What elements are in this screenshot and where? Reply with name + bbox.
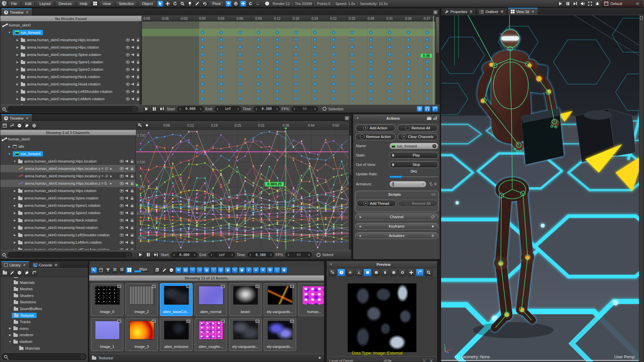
keyframe-dot[interactable] <box>220 82 223 85</box>
search-options-icon[interactable] <box>81 355 84 358</box>
keyframe-dot[interactable] <box>407 75 410 78</box>
add-action-button[interactable]: +Add Action <box>355 124 395 131</box>
curve-search[interactable] <box>0 250 136 259</box>
keyframe-dot[interactable] <box>294 53 298 56</box>
library-folder-row[interactable]: Tracks <box>0 318 88 325</box>
menu-file[interactable]: File <box>8 1 20 6</box>
filter-disc-button[interactable]: ◎ <box>218 267 224 273</box>
keyframe-dot[interactable] <box>294 31 298 34</box>
keyframe-dot[interactable] <box>332 31 335 34</box>
filter-audio-button[interactable]: ♪ <box>211 267 217 273</box>
selection-radio-icon[interactable] <box>316 253 321 257</box>
menu-selection[interactable]: Selection <box>115 1 137 6</box>
zoom-tool-button[interactable] <box>179 1 185 7</box>
keyframe-dot[interactable] <box>407 82 410 85</box>
visibility-toggle-icon[interactable] <box>120 175 124 178</box>
keyframe-dot[interactable] <box>426 90 429 93</box>
visibility-toggle-icon[interactable] <box>120 204 124 207</box>
minimize-icon[interactable]: − <box>636 2 640 6</box>
keyframe-dot[interactable] <box>426 68 429 71</box>
lod-increase-button[interactable]: + <box>428 358 434 362</box>
curve-ruler[interactable]: 0:060:120:190:250:310:380:440:50 <box>136 122 348 130</box>
translate-view-button[interactable] <box>240 1 246 7</box>
lock-toggle-icon[interactable] <box>131 249 133 250</box>
visibility-toggle-icon[interactable] <box>126 61 130 64</box>
filter-track-button[interactable]: ∿ <box>232 267 238 273</box>
menu-edit[interactable]: Edit <box>22 1 35 6</box>
decrement-icon[interactable]: ❮ <box>215 107 220 111</box>
stats-bars-icon[interactable] <box>433 116 437 120</box>
remove-action-button[interactable]: −Remove Action <box>355 133 395 140</box>
keyframe-dot[interactable] <box>407 38 410 41</box>
keyframe-dot[interactable] <box>220 68 223 71</box>
keyframe-dot[interactable] <box>201 75 204 78</box>
refresh-button[interactable] <box>31 270 37 276</box>
visibility-toggle-icon[interactable] <box>120 167 124 170</box>
tab-console[interactable]: >_Console× <box>30 261 61 268</box>
auto-rotate-button[interactable] <box>416 269 424 276</box>
asset-tile[interactable]: alien_roughn... <box>195 318 227 351</box>
lock-toggle-icon[interactable] <box>131 205 133 207</box>
expand-arrow-icon[interactable]: ▶ <box>8 145 11 148</box>
close-tab-icon[interactable]: × <box>25 116 29 120</box>
pin-tool-button[interactable] <box>187 1 193 7</box>
menu-view[interactable]: View <box>99 1 114 6</box>
keyframe-dot[interactable] <box>220 97 223 100</box>
sort-alpha-button[interactable]: az <box>91 267 97 273</box>
keyframe-dot[interactable] <box>220 38 223 41</box>
keyframe-dot[interactable] <box>426 75 429 78</box>
keyframe-dot[interactable] <box>201 46 204 49</box>
visibility-toggle-icon[interactable] <box>120 197 124 200</box>
keyframe-dot[interactable] <box>294 97 298 100</box>
keyframe-dot[interactable] <box>388 38 391 41</box>
section-channel[interactable]: ▶Channel <box>355 214 438 220</box>
asset-tile[interactable]: ely-vanguards... <box>264 318 296 351</box>
tree-row-root[interactable]: human_skin0 <box>0 21 142 29</box>
filter-node-button[interactable]: ⊕ <box>267 267 273 273</box>
tree-row-channel[interactable]: ▶arena.human_skin0.mixamorig:Hips.rotati… <box>0 44 142 51</box>
lock-toggle-icon[interactable] <box>131 161 133 163</box>
asset-tile[interactable]: human... <box>298 283 324 316</box>
keyframe-dot[interactable] <box>426 60 429 63</box>
keyframe-dot[interactable] <box>220 53 223 56</box>
expand-arrow-icon[interactable]: ▼ <box>8 153 11 156</box>
new-folder-button[interactable] <box>2 270 8 276</box>
keyframe-dot[interactable] <box>313 46 316 49</box>
mute-toggle-icon[interactable] <box>131 68 135 71</box>
paint-tool-button[interactable] <box>194 1 200 7</box>
favorite-star-icon[interactable]: ★ <box>318 356 321 360</box>
library-folder-row[interactable]: Skeletons <box>0 299 88 305</box>
mute-toggle-icon[interactable] <box>125 212 129 215</box>
keyframe-dot[interactable] <box>388 46 391 49</box>
expand-arrow-icon[interactable]: ▶ <box>16 61 19 64</box>
step-forward-button[interactable] <box>159 106 165 112</box>
armature-field[interactable]: ⟳ <box>389 181 426 187</box>
orbit-view-button[interactable] <box>233 1 239 7</box>
visibility-toggle-icon[interactable] <box>126 39 130 42</box>
tree-row-folder[interactable]: ▼arena.human_skin0.mixamorig:Hips.locati… <box>0 158 136 165</box>
keyframe-dot[interactable] <box>332 38 335 41</box>
tree-row-folder[interactable]: ▶arena.human_skin0.mixamorig:Hips.rotati… <box>0 187 136 194</box>
expand-arrow-icon[interactable]: ▼ <box>8 340 12 343</box>
expand-arrow-icon[interactable]: ▶ <box>16 90 19 93</box>
mute-toggle-icon[interactable] <box>131 75 135 78</box>
detail-view-button[interactable] <box>119 267 125 273</box>
keyframe-dot[interactable] <box>313 68 316 71</box>
keyframe-dot[interactable] <box>294 82 298 85</box>
lock-toggle-icon[interactable] <box>131 242 133 244</box>
library-folder-row[interactable]: SoundBuffers <box>0 305 88 312</box>
search-input[interactable] <box>8 106 138 112</box>
tree-row-curve[interactable]: arena.human_skin0.mixamorig:Hips.locatio… <box>0 172 136 180</box>
more-icon[interactable]: ▶ <box>109 167 113 170</box>
keyframe-dot[interactable] <box>220 31 223 34</box>
expand-arrow-icon[interactable]: ▶ <box>13 189 16 192</box>
decrement-icon[interactable]: ❮ <box>209 253 214 256</box>
mute-toggle-icon[interactable] <box>125 234 129 237</box>
tab-library[interactable]: Library× <box>1 261 30 268</box>
out-of-view-select[interactable]: Stop <box>389 161 438 168</box>
expand-arrow-icon[interactable]: ▼ <box>8 31 11 34</box>
keyframe-dot[interactable] <box>388 90 391 93</box>
tree-row-folder[interactable]: ▶arena.human_skin0.mixamorig:LeftForeArm… <box>0 246 136 250</box>
curve-plot[interactable]: 0.7500.5000.2500.000-0.2500:38/0.29 <box>136 130 348 250</box>
close-tab-icon[interactable]: × <box>54 263 58 267</box>
